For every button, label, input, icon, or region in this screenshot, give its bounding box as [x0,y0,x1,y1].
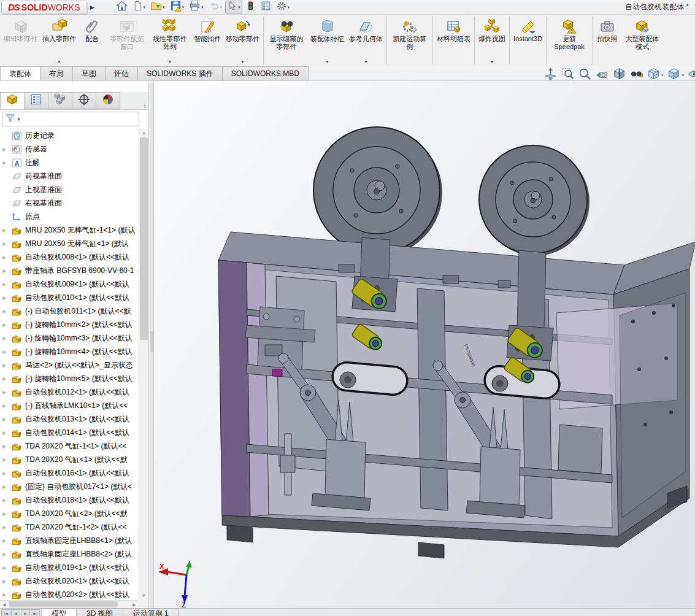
tab-评估[interactable]: 评估 [105,66,138,80]
expand-arrow[interactable]: ▶ [2,538,12,544]
tree-horizontal-scrollbar[interactable]: ◀ ▶ [0,600,139,608]
study-tab-运动算例 1[interactable]: 运动算例 1 [123,609,179,616]
belt-left[interactable] [331,361,409,396]
expand-arrow[interactable]: ▶ [2,565,12,571]
previous-button[interactable]: ◀ [11,609,20,616]
scroll-left-arrow[interactable]: ◀ [0,601,9,608]
chevron-down-icon[interactable]: ▼ [325,59,329,64]
tree-item[interactable]: ▶MRU 20X50 无棒气缸-1<1> (默认 [0,223,139,237]
orientation-triad[interactable]: X Z [158,561,192,608]
study-tab-模型[interactable]: 模型 [41,609,77,616]
tree-item[interactable]: ▶(-) 直线轴承LMK10<1> (默认<< [0,399,139,412]
expand-arrow[interactable]: ▶ [2,268,12,274]
tree-item[interactable]: ▶(-) 旋轉輪10mm<2> (默认<<默认 [0,318,139,331]
scroll-up-arrow[interactable]: ▲ [139,129,148,137]
expand-arrow[interactable]: ▶ [2,349,12,355]
tree-item[interactable]: ▶自动包胶机009<1> (默认<<默认 [0,277,139,291]
assembly-features-button[interactable]: 装配体特征▼ [308,16,347,65]
graphics-viewport[interactable]: DST656B3A [155,81,695,608]
tree-item[interactable]: ▶TDA 20X20 气缸-1<1> (默认<< [0,439,139,453]
tree-item[interactable]: ▶(-) 旋轉輪10mm<3> (默认<<默认 [0,331,139,345]
expand-arrow[interactable]: ▶ [2,403,12,409]
expand-arrow[interactable]: ▶ [2,160,12,166]
scroll-thumb[interactable] [9,601,118,607]
save-button[interactable]: ▾ [168,1,186,13]
expand-arrow[interactable]: ▶ [2,484,12,490]
expand-arrow[interactable]: ▶ [2,376,12,382]
bill-of-materials-button[interactable]: 材料明细表 [434,16,473,65]
tree-item[interactable]: ▶TDA 20X20 气缸<2> (默认<<默 [0,507,139,520]
tree-item[interactable]: 原点 [0,210,139,223]
fm-tab-displaymanager[interactable] [96,92,120,109]
tab-布局[interactable]: 布局 [40,66,73,80]
take-snapshot-button[interactable]: 拍快照 [594,16,621,65]
next-button[interactable]: ▶ [21,609,30,616]
tree-item[interactable]: 上视基准面 [0,183,139,196]
mate-button[interactable]: 配合 [79,16,106,65]
chevron-down-icon[interactable]: ▼ [490,59,494,64]
tab-草图[interactable]: 草图 [72,66,106,80]
expand-arrow[interactable]: ▶ [2,430,12,436]
expand-arrow[interactable]: ▶ [2,295,12,301]
chevron-down-icon[interactable]: ▾ [144,5,146,10]
chevron-down-icon[interactable]: ▼ [364,59,368,64]
tree-item[interactable]: ▶自动包胶机020<1> (默认<<默认 [0,574,139,588]
expand-arrow[interactable]: ▶ [2,282,12,287]
tree-item[interactable]: ▶TDA 20X20 气缸<1> (默认<<默 [0,453,139,466]
tree-item[interactable]: ▶自动包胶机019<1> (默认<<默认 [0,561,139,574]
scroll-down-arrow[interactable]: ▼ [139,591,148,600]
study-tab-3D 视图[interactable]: 3D 视图 [76,609,123,616]
undo-button[interactable]: ▾ [207,1,225,13]
chevron-down-icon[interactable]: ▼ [57,59,61,64]
expand-arrow[interactable]: ▶ [2,390,12,395]
chevron-down-icon[interactable]: ▾ [201,5,204,10]
tree-item[interactable]: ▶(-) 自动包胶机011<1> (默认<<默 [0,304,139,318]
last-button[interactable]: ▶| [31,609,40,616]
fm-tab-featuremanager[interactable] [0,92,25,109]
expand-arrow[interactable]: ▶ [2,552,12,557]
expand-arrow[interactable]: ▶ [2,255,12,260]
chevron-down-icon[interactable]: ▾ [182,5,185,10]
tree-item[interactable]: ▶自动包胶机012<1> (默认<<默认 [0,385,139,399]
tree-item[interactable]: ▶直线轴承固定座LHBB8<2> (默认 [0,547,139,561]
display-pane-button[interactable] [259,1,273,13]
options-button[interactable]: ▾ [274,1,292,13]
expand-arrow[interactable]: ▶ [2,444,12,449]
splitter-grab-handle[interactable] [150,331,153,352]
chevron-down-icon[interactable]: ▾ [682,73,684,78]
instant3d-button[interactable]: Instant3D [511,16,545,65]
chevron-down-icon[interactable]: ▾ [220,5,223,10]
reel-right[interactable] [479,145,589,256]
expand-arrow[interactable]: ▶ [2,417,12,422]
insert-component-button[interactable]: 插入零部件▼ [40,16,79,65]
expand-arrow[interactable]: ▶ [2,309,12,314]
tab-SOLIDWORKS 插件[interactable]: SOLIDWORKS 插件 [137,66,223,80]
tree-item[interactable]: ▶自动包胶机020<2> (默认<<默认 [0,588,139,600]
tree-vertical-scrollbar[interactable]: ▲ ▼ [139,129,148,600]
expand-arrow[interactable]: ▶ [2,579,12,584]
expand-arrow[interactable]: ▶ [2,511,12,517]
performance-evaluation-button[interactable] [244,1,258,13]
tree-item[interactable]: ▶(-) 旋轉輪10mm<4> (默认<<默认 [0,345,139,358]
show-hidden-button[interactable]: 显示隐藏的零部件 [265,16,308,65]
component-preview-button[interactable]: 零部件预览窗口 [106,16,148,65]
print-button[interactable]: ▾ [187,1,205,13]
chevron-down-icon[interactable]: ▼ [240,59,245,64]
first-button[interactable]: |◀ [1,609,10,616]
tree-item[interactable]: ▶(-) 旋轉輪10mm<5> (默认<<默认 [0,372,139,385]
expand-arrow[interactable]: ▶ [2,147,12,152]
chevron-down-icon[interactable]: ▾ [238,5,240,10]
tree-item[interactable]: ▶A注解 [0,156,139,169]
expand-arrow[interactable]: ▶ [2,363,12,368]
expand-arrow[interactable]: ▶ [2,471,12,476]
tree-item[interactable]: ▶自动包胶机010<1> (默认<<默认 [0,291,139,304]
open-button[interactable]: ▾ [148,1,167,13]
tree-item[interactable]: ▶直线轴承固定座LHBB8<1> (默认 [0,534,139,547]
fm-tab-propertymanager[interactable] [24,92,48,109]
tab-SOLIDWORKS MBD[interactable]: SOLIDWORKS MBD [222,66,309,80]
tree-item[interactable]: ▶MRU 20X50 无棒气缸<1> (默认 [0,237,139,250]
tree-item[interactable]: 前视基准面 [0,169,139,183]
menu-flyout-arrow[interactable]: ▶ [88,2,97,13]
expand-arrow[interactable]: ▶ [2,498,12,503]
select-cursor-button[interactable]: ▾ [225,1,242,13]
